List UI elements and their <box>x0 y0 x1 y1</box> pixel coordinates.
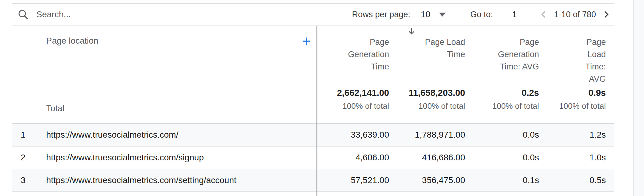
row-metric-value: 0.1s <box>465 175 539 185</box>
table-card: Rows per page: 10 Go to: 1-10 of 780 <box>12 3 614 192</box>
metric-column-header-page-generation-time[interactable]: Page Generation Time 2,662,141.00 100% o… <box>317 25 389 123</box>
metric-column-label: Page Generation Time: AVG <box>465 36 539 73</box>
table-toolbar: Rows per page: 10 Go to: 1-10 of 780 <box>12 4 614 25</box>
column-divider <box>316 26 317 196</box>
dimension-column-header[interactable]: Page location <box>46 36 99 46</box>
row-index: 3 <box>12 169 34 191</box>
metric-column-header-page-load-time-avg[interactable]: Page Load Time: AVG 0.9s 100% of total <box>539 25 614 123</box>
sort-descending-icon <box>407 26 417 36</box>
metric-column-header-page-load-time[interactable]: Page Load Time 11,658,203.00 100% of tot… <box>389 25 465 123</box>
table-row: 3 https://www.truesocialmetrics.com/sett… <box>12 169 614 192</box>
row-metric-value: 1.2s <box>539 130 614 140</box>
go-to-label: Go to: <box>470 10 493 19</box>
rows-per-page-value: 10 <box>421 10 430 19</box>
table-header: Page location Total Page Generation Time… <box>12 25 614 124</box>
caret-down-icon <box>439 13 446 17</box>
total-value: 2,662,141.00 <box>337 88 389 98</box>
plus-icon <box>300 35 312 47</box>
row-metric-value: 416,686.00 <box>389 153 465 163</box>
rows-per-page-select[interactable]: 10 <box>421 10 446 19</box>
row-metric-value: 1,788,971.00 <box>389 130 465 140</box>
total-value: 0.9s <box>589 88 606 98</box>
row-dimension-value: https://www.truesocialmetrics.com/ <box>34 130 316 140</box>
add-column-button[interactable] <box>299 34 313 48</box>
dimension-column-header-cell: Page location Total <box>34 25 316 123</box>
row-metric-value: 0.5s <box>539 175 614 185</box>
report-table-panel: Rows per page: 10 Go to: 1-10 of 780 <box>0 0 644 196</box>
total-percent: 100% of total <box>492 101 539 111</box>
row-dimension-value: https://www.truesocialmetrics.com/signup <box>34 153 316 163</box>
row-index: 2 <box>12 147 34 169</box>
rows-per-page-label: Rows per page: <box>352 10 410 19</box>
next-page-button[interactable] <box>600 9 612 20</box>
row-metric-value: 1.0s <box>539 153 614 163</box>
pagination-controls: Rows per page: 10 Go to: 1-10 of 780 <box>352 9 614 20</box>
metric-column-header-page-generation-time-avg[interactable]: Page Generation Time: AVG 0.2s 100% of t… <box>465 25 539 123</box>
prev-page-button[interactable] <box>538 9 549 20</box>
total-value: 11,658,203.00 <box>409 88 465 98</box>
row-metric-value: 356,475.00 <box>389 175 465 185</box>
row-dimension-value: https://www.truesocialmetrics.com/settin… <box>34 175 316 185</box>
total-percent: 100% of total <box>418 101 465 111</box>
pagination-range: 1-10 of 780 <box>554 10 596 19</box>
metric-column-label: Page Generation Time <box>317 36 389 73</box>
total-row-label: Total <box>46 104 64 113</box>
total-percent: 100% of total <box>559 101 606 111</box>
go-to-page-input[interactable] <box>507 10 522 19</box>
search-icon <box>17 9 29 20</box>
row-metric-value: 4,606.00 <box>317 153 389 163</box>
row-metric-value: 57,521.00 <box>317 175 389 185</box>
total-percent: 100% of total <box>342 101 389 111</box>
search-input[interactable] <box>36 10 209 19</box>
row-index: 1 <box>12 124 34 146</box>
page-background-strip <box>634 0 644 196</box>
metric-column-label: Page Load Time: AVG <box>539 36 606 85</box>
total-value: 0.2s <box>522 88 539 98</box>
chevron-left-icon <box>538 9 549 20</box>
row-metric-value: 33,639.00 <box>317 130 389 140</box>
table-row: 1 https://www.truesocialmetrics.com/ 33,… <box>12 124 614 147</box>
row-metric-value: 0.0s <box>465 153 539 163</box>
index-column-header <box>12 25 34 123</box>
metric-column-label: Page Load Time <box>389 36 465 61</box>
row-metric-value: 0.0s <box>465 130 539 140</box>
search-box <box>12 9 352 20</box>
chevron-right-icon <box>601 9 612 20</box>
table-row: 2 https://www.truesocialmetrics.com/sign… <box>12 147 614 169</box>
